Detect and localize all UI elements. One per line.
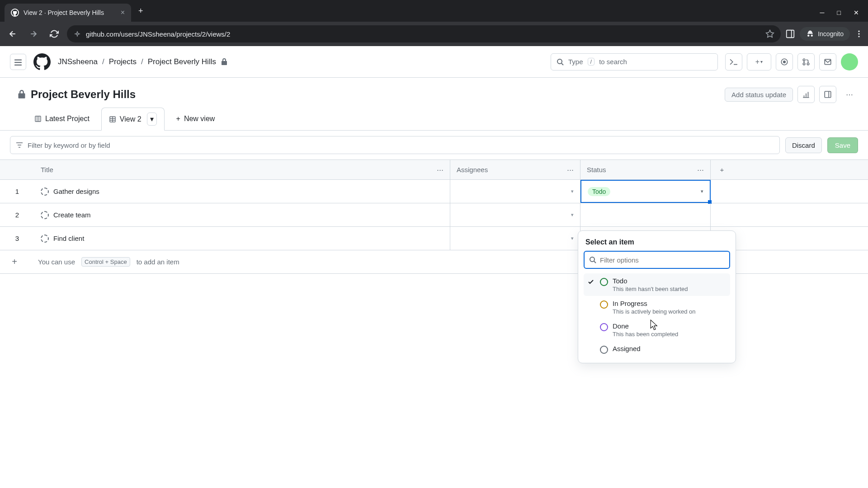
views-tabs: Latest Project View 2 ▾ + New view <box>0 108 868 131</box>
title-cell[interactable]: Create team <box>34 203 450 226</box>
new-tab-button[interactable]: + <box>131 6 151 16</box>
table-icon <box>109 116 116 123</box>
filter-options-field[interactable] <box>600 256 725 264</box>
discard-button[interactable]: Discard <box>785 137 822 153</box>
status-circle-icon <box>600 278 608 286</box>
view-tab-label: Latest Project <box>45 115 90 123</box>
command-palette-button[interactable] <box>725 53 742 70</box>
back-button[interactable] <box>5 26 21 42</box>
browser-tab-strip: View 2 · Project Beverly Hills × + ─ □ ✕ <box>0 0 868 22</box>
svg-rect-13 <box>825 91 831 98</box>
hamburger-menu[interactable] <box>10 54 26 70</box>
pull-requests-button[interactable] <box>797 53 815 70</box>
dropdown-option-done[interactable]: Done This has been completed <box>584 319 730 341</box>
github-favicon <box>11 9 19 17</box>
dropdown-option-todo[interactable]: Todo This item hasn't been started <box>584 273 730 296</box>
save-button[interactable]: Save <box>827 137 858 153</box>
svg-point-9 <box>783 61 786 63</box>
notifications-button[interactable] <box>819 53 836 70</box>
option-desc: This has been completed <box>613 331 727 338</box>
svg-point-4 <box>858 31 859 32</box>
plus-icon: + <box>10 257 19 267</box>
svg-rect-15 <box>35 116 41 122</box>
table-row: 2 Create team ▾ <box>0 203 868 227</box>
assignees-column-header[interactable]: Assignees ⋯ <box>450 160 580 179</box>
dropdown-option-assigned[interactable]: Assigned <box>584 341 730 357</box>
issues-button[interactable] <box>776 53 793 70</box>
assignees-cell[interactable]: ▾ <box>450 203 580 226</box>
status-cell[interactable] <box>580 203 711 226</box>
close-tab-icon[interactable]: × <box>121 9 125 17</box>
row-number: 1 <box>0 180 34 203</box>
dropdown-filter-input[interactable] <box>584 251 730 269</box>
bookmark-icon[interactable] <box>765 29 774 38</box>
draft-issue-icon <box>41 211 49 219</box>
row-number: 3 <box>0 227 34 250</box>
svg-marker-1 <box>766 30 774 38</box>
site-info-icon[interactable] <box>73 30 81 38</box>
minimize-icon[interactable]: ─ <box>820 9 825 16</box>
user-avatar[interactable] <box>841 53 858 70</box>
svg-point-6 <box>858 36 859 37</box>
lock-icon <box>221 58 228 66</box>
filter-input[interactable]: Filter by keyword or by field <box>10 136 780 154</box>
github-logo[interactable] <box>33 53 51 70</box>
column-menu-icon[interactable]: ⋯ <box>567 166 574 174</box>
browser-menu-icon[interactable] <box>854 29 863 38</box>
close-window-icon[interactable]: ✕ <box>854 9 859 16</box>
project-menu-button[interactable]: ⋯ <box>841 86 858 103</box>
option-label: In Progress <box>613 300 727 307</box>
status-circle-icon <box>600 323 608 331</box>
view-options-button[interactable]: ▾ <box>147 113 157 126</box>
status-cell[interactable]: Todo ▾ <box>580 180 711 203</box>
github-header: JNSsheena / Projects / Project Beverly H… <box>0 46 868 78</box>
search-input[interactable]: Type / to search <box>551 53 718 70</box>
sidepanel-icon[interactable] <box>785 29 795 39</box>
title-column-header[interactable]: Title ⋯ <box>34 160 450 179</box>
svg-point-12 <box>807 63 809 65</box>
dropdown-option-in-progress[interactable]: In Progress This is actively being worke… <box>584 296 730 319</box>
add-column-button[interactable]: + <box>711 160 733 179</box>
add-status-update-button[interactable]: Add status update <box>725 88 793 102</box>
maximize-icon[interactable]: □ <box>837 9 841 16</box>
reload-button[interactable] <box>46 26 62 42</box>
assignees-cell[interactable]: ▾ <box>450 180 580 203</box>
title-cell[interactable]: Find client <box>34 227 450 250</box>
insights-button[interactable] <box>797 86 815 103</box>
row-number: 2 <box>0 203 34 226</box>
view-tab-label: View 2 <box>120 115 142 123</box>
breadcrumb-projects[interactable]: Projects <box>109 57 137 66</box>
title-cell[interactable]: Gather designs <box>34 180 450 203</box>
view-tab-latest-project[interactable]: Latest Project <box>27 110 97 127</box>
url-input[interactable]: github.com/users/JNSsheena/projects/2/vi… <box>67 25 781 42</box>
assignees-cell[interactable]: ▾ <box>450 227 580 250</box>
new-view-button[interactable]: + New view <box>169 110 222 127</box>
forward-button[interactable] <box>25 26 42 42</box>
search-suffix: to search <box>599 58 627 66</box>
project-details-button[interactable] <box>819 86 836 103</box>
add-item-row[interactable]: + You can use Control + Space to add an … <box>0 250 868 274</box>
create-new-button[interactable]: +▾ <box>747 53 771 70</box>
view-tab-view-2[interactable]: View 2 ▾ <box>101 108 165 131</box>
filter-bar: Filter by keyword or by field Discard Sa… <box>0 131 868 160</box>
breadcrumb-project[interactable]: Project Beverly Hills <box>148 57 216 66</box>
svg-rect-2 <box>787 30 794 38</box>
incognito-icon <box>806 30 814 38</box>
breadcrumb-sep: / <box>102 57 104 66</box>
option-label: Assigned <box>613 345 727 352</box>
column-menu-icon[interactable]: ⋯ <box>697 166 704 174</box>
incognito-badge[interactable]: Incognito <box>800 27 850 41</box>
new-view-label: New view <box>184 115 215 123</box>
search-icon <box>557 58 564 66</box>
svg-point-7 <box>557 59 562 64</box>
chevron-down-icon: ▾ <box>571 212 574 218</box>
svg-point-5 <box>858 33 859 34</box>
board-icon <box>34 115 42 122</box>
breadcrumb-user[interactable]: JNSsheena <box>58 57 98 66</box>
option-desc: This is actively being worked on <box>613 308 727 315</box>
table-header: Title ⋯ Assignees ⋯ Status ⋯ + <box>0 160 868 180</box>
dropdown-title: Select an item <box>584 236 730 251</box>
column-menu-icon[interactable]: ⋯ <box>437 166 443 174</box>
status-column-header[interactable]: Status ⋯ <box>580 160 711 179</box>
browser-tab[interactable]: View 2 · Project Beverly Hills × <box>5 4 131 22</box>
